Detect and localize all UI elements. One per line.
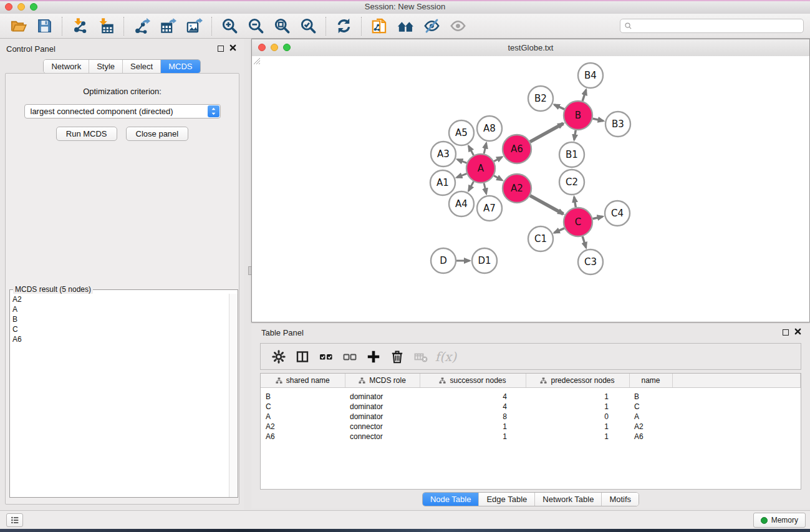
apply-preferred-layout-button[interactable] bbox=[332, 16, 355, 37]
graph-node-A6[interactable]: A6 bbox=[503, 135, 531, 163]
graph-node-A3[interactable]: A3 bbox=[431, 142, 456, 167]
graph-node-B4[interactable]: B4 bbox=[578, 63, 603, 88]
table-cell[interactable]: dominator bbox=[345, 402, 420, 412]
tab-edge-table[interactable]: Edge Table bbox=[478, 493, 534, 506]
table-cell[interactable]: 4 bbox=[420, 388, 526, 402]
table-cell[interactable]: A6 bbox=[261, 432, 345, 442]
table-cell[interactable]: A6 bbox=[629, 432, 672, 442]
table-row[interactable]: Bdominator41B bbox=[261, 388, 801, 402]
graph-edge-A-A8[interactable] bbox=[484, 143, 486, 153]
optimization-criterion-select[interactable]: largest connected component (directed) bbox=[24, 104, 221, 118]
table-mode-settings-button[interactable] bbox=[268, 346, 289, 367]
graph-node-D[interactable]: D bbox=[431, 248, 456, 273]
float-panel-icon[interactable] bbox=[218, 46, 224, 52]
memory-button[interactable]: Memory bbox=[753, 513, 806, 528]
search-field[interactable] bbox=[620, 19, 804, 33]
table-row[interactable]: A2connector11A2 bbox=[261, 422, 801, 432]
graph-node-A4[interactable]: A4 bbox=[449, 191, 474, 216]
zoom-fit-content-button[interactable] bbox=[271, 16, 293, 37]
table-cell[interactable]: connector bbox=[345, 422, 420, 432]
network-canvas[interactable]: B4B2BB3A5A8A6A3B1AA1C2A4A7A2C4CC1C3DD1 bbox=[252, 56, 809, 322]
import-network-from-file-button[interactable] bbox=[69, 16, 91, 37]
table-cell[interactable]: A bbox=[629, 412, 672, 422]
graph-node-C4[interactable]: C4 bbox=[605, 201, 630, 226]
window-resize-grip[interactable] bbox=[252, 56, 261, 65]
zoom-in-button[interactable] bbox=[218, 16, 241, 37]
column-header-shared-name[interactable]: shared name bbox=[261, 374, 345, 388]
mcds-result-item[interactable]: C bbox=[12, 324, 238, 334]
graph-edge-A-A7[interactable] bbox=[484, 183, 486, 193]
table-cell[interactable]: B bbox=[261, 388, 345, 402]
close-table-panel-icon[interactable] bbox=[794, 328, 803, 336]
graph-edge-B-B4[interactable] bbox=[582, 90, 586, 101]
table-cell[interactable]: 4 bbox=[420, 402, 526, 412]
table-row[interactable]: Adominator80A bbox=[261, 412, 801, 422]
mcds-result-item[interactable]: A2 bbox=[12, 294, 238, 304]
graph-node-A5[interactable]: A5 bbox=[449, 120, 474, 145]
export-image-button[interactable] bbox=[183, 16, 205, 37]
new-network-from-selection-button[interactable] bbox=[368, 16, 390, 37]
graph-node-C[interactable]: C bbox=[564, 208, 592, 236]
table-cell[interactable]: 1 bbox=[420, 422, 526, 432]
task-history-button[interactable] bbox=[6, 513, 23, 527]
search-input[interactable] bbox=[635, 20, 803, 32]
zoom-out-button[interactable] bbox=[244, 16, 267, 37]
mcds-result-item[interactable]: A6 bbox=[12, 334, 238, 344]
mcds-result-item[interactable]: A bbox=[12, 304, 238, 314]
float-table-panel-icon[interactable] bbox=[783, 329, 789, 336]
deselect-all-rows-button[interactable] bbox=[339, 346, 360, 367]
graph-edge-A-A3[interactable] bbox=[457, 160, 466, 163]
table-cell[interactable]: 1 bbox=[526, 402, 629, 412]
table-cell[interactable]: connector bbox=[345, 432, 420, 442]
graph-node-B2[interactable]: B2 bbox=[528, 86, 553, 111]
delete-columns-button[interactable] bbox=[387, 346, 408, 367]
table-cell[interactable]: A2 bbox=[261, 422, 345, 432]
graph-node-B[interactable]: B bbox=[564, 101, 592, 130]
table-cell[interactable]: 1 bbox=[526, 432, 629, 442]
first-neighbors-button[interactable] bbox=[394, 16, 417, 37]
run-mcds-button[interactable]: Run MCDS bbox=[56, 127, 117, 141]
tab-network-table[interactable]: Network Table bbox=[534, 493, 601, 506]
table-cell[interactable]: C bbox=[261, 402, 345, 412]
hide-graphics-details-button[interactable] bbox=[420, 16, 443, 37]
graph-edge-A-A1[interactable] bbox=[456, 173, 466, 177]
zoom-selected-button[interactable] bbox=[297, 16, 319, 37]
table-cell[interactable]: 1 bbox=[526, 388, 629, 402]
table-cell[interactable]: 0 bbox=[526, 412, 629, 422]
graph-node-B3[interactable]: B3 bbox=[605, 112, 630, 137]
table-row[interactable]: A6connector11A6 bbox=[261, 432, 801, 442]
graph-edge-A-A6[interactable] bbox=[494, 157, 502, 162]
toggle-column-display-button[interactable] bbox=[292, 346, 313, 367]
table-cell[interactable]: A bbox=[261, 412, 345, 422]
select-all-rows-button[interactable] bbox=[316, 346, 337, 367]
table-row[interactable]: Cdominator41C bbox=[261, 402, 801, 412]
graph-node-C2[interactable]: C2 bbox=[559, 170, 584, 195]
graph-edge-A-A2[interactable] bbox=[494, 176, 502, 180]
graph-node-C1[interactable]: C1 bbox=[528, 226, 553, 251]
column-header-successor-nodes[interactable]: successor nodes bbox=[420, 374, 526, 388]
graph-edge-C-C4[interactable] bbox=[592, 216, 602, 219]
table-cell[interactable]: dominator bbox=[345, 388, 420, 402]
graph-edge-A6-B[interactable] bbox=[530, 123, 563, 142]
graph-edge-C-C1[interactable] bbox=[554, 228, 564, 233]
graph-node-A1[interactable]: A1 bbox=[430, 170, 455, 195]
tab-network[interactable]: Network bbox=[44, 60, 89, 73]
graph-node-A[interactable]: A bbox=[466, 154, 495, 183]
column-header-predecessor-nodes[interactable]: predecessor nodes bbox=[526, 374, 629, 388]
table-cell[interactable]: dominator bbox=[345, 412, 420, 422]
graph-node-C3[interactable]: C3 bbox=[578, 249, 603, 274]
graph-edge-A-A5[interactable] bbox=[468, 146, 473, 155]
table-cell[interactable]: B bbox=[629, 388, 672, 402]
import-table-from-file-button[interactable] bbox=[95, 16, 117, 37]
graph-node-A7[interactable]: A7 bbox=[477, 196, 502, 221]
graph-edge-A2-C[interactable] bbox=[530, 196, 563, 214]
open-session-button[interactable] bbox=[7, 16, 29, 37]
graph-node-A8[interactable]: A8 bbox=[477, 116, 502, 141]
close-panel-button[interactable]: Close panel bbox=[126, 127, 189, 141]
graph-edge-B-B2[interactable] bbox=[554, 105, 564, 109]
table-cell[interactable]: 1 bbox=[526, 422, 629, 432]
graph-edge-C-C3[interactable] bbox=[582, 236, 586, 248]
tab-select[interactable]: Select bbox=[122, 60, 160, 73]
column-header-mcds-role[interactable]: MCDS role bbox=[345, 374, 420, 388]
table-cell[interactable]: 1 bbox=[420, 432, 526, 442]
